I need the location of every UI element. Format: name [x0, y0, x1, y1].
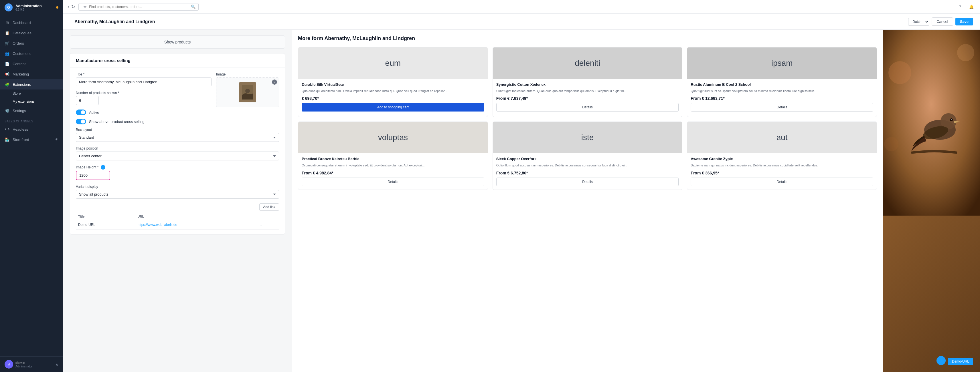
add-to-cart-button-1[interactable]: Add to shopping cart [302, 103, 484, 111]
search-filter-select[interactable]: All [81, 5, 87, 9]
details-button-2[interactable]: Details [496, 103, 679, 111]
info-icon[interactable]: i [101, 165, 105, 169]
search-input[interactable] [89, 5, 191, 9]
product-desc-6: Sapiente nam qui natus incidunt asperior… [690, 163, 873, 168]
active-toggle[interactable] [76, 109, 86, 115]
app-version: 6.5.9.6 [16, 8, 42, 11]
main-content: ‹ ↻ All 🔍 ? 🔔 Abernathy, McLaughlin and … [63, 0, 980, 372]
show-products-label: Show products [164, 40, 191, 44]
help-icon[interactable]: ? [956, 3, 964, 11]
image-position-select[interactable]: Center center Top left Top center [76, 152, 279, 160]
product-image-2: deleniti [493, 47, 682, 79]
refresh-button[interactable]: ↻ [71, 4, 75, 9]
sidebar-item-customers[interactable]: 👥 Customers [0, 48, 63, 59]
app-name: Administration [16, 4, 42, 8]
title-input[interactable] [76, 78, 212, 86]
sidebar-navigation: ⊞ Dashboard 📋 Catalogues 🛒 Orders 👥 Cust… [0, 15, 63, 356]
product-name-3: Rustic Aluminum B Cool 2 School [690, 82, 873, 87]
cross-selling-card: Manufacturer cross selling Title * Numbe… [70, 53, 285, 234]
shop-icon: 🏪 [5, 137, 10, 142]
puzzle-icon: 🧩 [5, 82, 10, 87]
col-url: URL [135, 213, 256, 220]
svg-point-8 [888, 61, 911, 84]
product-price-4: From € 4.982,84* [302, 171, 484, 175]
variant-display-label: Variant display [76, 185, 279, 189]
product-card-6: aut Awesome Granite Zyple Sapiente nam q… [687, 122, 877, 190]
sidebar-subitem-my-extensions[interactable]: My extensions [0, 98, 63, 106]
details-button-6[interactable]: Details [690, 177, 873, 186]
sidebar-subitem-store[interactable]: Store [0, 90, 63, 98]
number-label: Number of products shown * [76, 91, 212, 95]
add-link-button[interactable]: Add link [259, 203, 279, 211]
notifications-icon[interactable]: 🔔 [967, 3, 975, 11]
language-select[interactable]: Dutch [908, 18, 929, 26]
preview-grid-section: More form Abernathy, McLaughlin and Lind… [292, 30, 883, 200]
show-above-toggle[interactable] [76, 119, 86, 124]
megaphone-icon: 📢 [5, 71, 10, 77]
product-price-5: From € 6.752,86* [496, 171, 679, 175]
details-button-4[interactable]: Details [302, 177, 484, 186]
product-name-6: Awesome Granite Zyple [690, 157, 873, 161]
sidebar-item-settings[interactable]: ⚙️ Settings [0, 106, 63, 116]
col-actions [256, 213, 279, 220]
app-logo: G [5, 3, 13, 11]
sidebar: G Administration 6.5.9.6 ⊞ Dashboard 📋 C… [0, 0, 63, 372]
bird-image-panel [883, 30, 980, 372]
topbar: ‹ ↻ All 🔍 ? 🔔 [63, 0, 980, 14]
content-area: Show products Manufacturer cross selling… [63, 30, 980, 372]
sidebar-item-orders[interactable]: 🛒 Orders [0, 38, 63, 48]
sidebar-item-extensions[interactable]: 🧩 Extensions [0, 79, 63, 90]
details-button-3[interactable]: Details [690, 103, 873, 111]
collapse-menu-button[interactable]: ∧ [56, 362, 58, 367]
box-layout-select[interactable]: Standard List [76, 133, 279, 142]
preview-panel: More form Abernathy, McLaughlin and Lind… [292, 30, 883, 372]
image-upload-section: Image × [216, 72, 279, 109]
sidebar-item-headless[interactable]: Headless [0, 124, 63, 135]
sidebar-item-catalogues[interactable]: 📋 Catalogues [0, 28, 63, 38]
image-height-label: Image Height * i [76, 165, 279, 169]
box-layout-group: Box layout Standard List [76, 128, 279, 142]
save-button[interactable]: Save [955, 18, 973, 25]
demo-url-badge[interactable]: Demo-URL [948, 358, 973, 365]
sidebar-item-dashboard[interactable]: ⊞ Dashboard [0, 17, 63, 28]
table-row: Demo-URL https://www.web-labels.de ... [76, 220, 279, 230]
image-position-label: Image position [76, 146, 279, 150]
image-height-input[interactable] [76, 171, 110, 180]
links-table: Title URL Demo-URL https://www.web-label… [76, 213, 279, 230]
svg-point-10 [884, 137, 899, 151]
product-card-3: ipsam Rustic Aluminum B Cool 2 School Qu… [687, 47, 877, 117]
active-label: Active [89, 110, 99, 115]
title-label: Title * [76, 72, 212, 76]
product-image-1: eum [298, 47, 488, 79]
product-image-6: aut [687, 122, 877, 153]
form-panel: Show products Manufacturer cross selling… [63, 30, 292, 372]
link-actions-cell[interactable]: ... [256, 220, 279, 230]
sidebar-item-storefront[interactable]: 🏪 Storefront 👁 [0, 135, 63, 145]
user-name: demo [16, 361, 32, 365]
product-image-5: iste [493, 122, 682, 153]
cancel-button[interactable]: Cancel [932, 17, 953, 26]
back-button[interactable]: ‹ [68, 4, 69, 9]
sidebar-item-marketing[interactable]: 📢 Marketing [0, 69, 63, 79]
scroll-to-top-button[interactable]: ↑ [937, 356, 946, 365]
number-field-group: Number of products shown * [76, 91, 212, 105]
product-desc-5: Optio illum quod accusantium asperiores.… [496, 163, 679, 168]
variant-display-group: Variant display Show all products Show p… [76, 185, 279, 199]
image-remove-button[interactable]: × [272, 79, 277, 85]
number-input[interactable] [76, 96, 99, 105]
card-title: Manufacturer cross selling [70, 54, 285, 68]
topbar-icons: ? 🔔 [956, 3, 975, 11]
cart-icon: 🛒 [5, 41, 10, 46]
notification-dot [56, 6, 58, 9]
image-position-group: Image position Center center Top left To… [76, 146, 279, 160]
sidebar-item-content[interactable]: 📄 Content [0, 59, 63, 69]
details-button-5[interactable]: Details [496, 177, 679, 186]
image-height-group: Image Height * i [76, 165, 279, 180]
product-price-6: From € 366,95* [690, 171, 873, 175]
product-name-2: Synergistic Cotton Xedenex [496, 82, 679, 87]
image-upload-area[interactable]: × [216, 78, 279, 107]
page-title: Abernathy, McLaughlin and Lindgren [75, 19, 155, 24]
show-products-banner: Show products [70, 35, 285, 49]
variant-display-select[interactable]: Show all products Show products [76, 190, 279, 199]
header-actions: Dutch Cancel Save [908, 17, 973, 26]
